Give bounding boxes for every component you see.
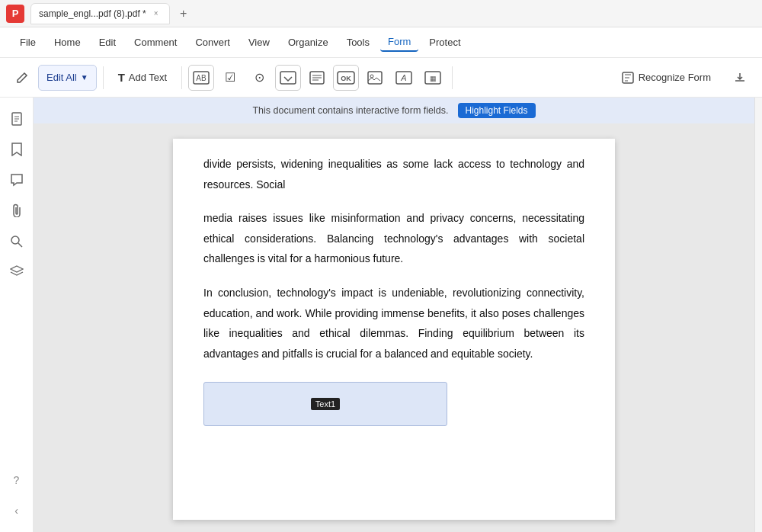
menu-form[interactable]: Form xyxy=(380,33,418,52)
recognize-form-button[interactable]: Recognize Form xyxy=(612,65,721,91)
document-tab[interactable]: sample_engl...pdf (8).pdf * × xyxy=(30,3,170,24)
sidebar-collapse-icon[interactable]: ‹ xyxy=(3,497,30,524)
radio-icon[interactable]: ⊙ xyxy=(246,65,272,91)
text-field-widget[interactable]: Text1 xyxy=(203,382,447,426)
svg-text:AB: AB xyxy=(197,74,207,82)
sidebar-pages-icon[interactable] xyxy=(3,105,30,133)
pdf-content: divide persists, widening inequalities a… xyxy=(203,154,584,364)
toolbar-divider-2 xyxy=(181,66,182,89)
tab-label: sample_engl...pdf (8).pdf * xyxy=(39,8,146,19)
svg-text:OK: OK xyxy=(341,75,351,82)
recognize-form-label: Recognize Form xyxy=(639,72,711,83)
svg-line-21 xyxy=(18,243,22,247)
main-content: ? ‹ This document contains interactive f… xyxy=(0,98,762,532)
tab-close-button[interactable]: × xyxy=(151,8,162,19)
date-field-icon[interactable]: ▦ xyxy=(420,65,446,91)
list-icon[interactable] xyxy=(304,65,330,91)
svg-text:▦: ▦ xyxy=(430,75,437,82)
edit-icon-btn[interactable] xyxy=(9,65,35,91)
pdf-cut-top-text: divide persists, widening inequalities a… xyxy=(203,154,584,194)
menu-file[interactable]: File xyxy=(12,34,43,51)
sidebar-search-icon[interactable] xyxy=(3,227,30,255)
menu-organize[interactable]: Organize xyxy=(280,34,336,51)
toolbar-divider-3 xyxy=(452,66,453,89)
svg-text:A: A xyxy=(401,73,407,82)
dropdown-icon[interactable] xyxy=(275,65,301,91)
button-icon[interactable]: OK xyxy=(333,65,359,91)
toolbar: Edit All ▼ T Add Text AB ☑ ⊙ OK A ▦ Rec xyxy=(0,58,762,98)
notification-bar: This document contains interactive form … xyxy=(34,98,754,123)
add-text-button[interactable]: T Add Text xyxy=(110,65,176,91)
svg-point-20 xyxy=(11,236,19,244)
menu-tools[interactable]: Tools xyxy=(339,34,377,51)
title-bar: P sample_engl...pdf (8).pdf * × + xyxy=(0,0,762,27)
left-sidebar: ? ‹ xyxy=(0,98,34,532)
svg-rect-2 xyxy=(280,72,296,84)
menu-home[interactable]: Home xyxy=(46,34,88,51)
pdf-paragraph-1: media raises issues like misinformation … xyxy=(203,208,584,269)
toolbar-divider-1 xyxy=(103,66,104,89)
right-scrollbar-area xyxy=(754,98,762,532)
menu-edit[interactable]: Edit xyxy=(91,34,123,51)
highlight-fields-button[interactable]: Highlight Fields xyxy=(458,103,536,118)
svg-rect-9 xyxy=(368,72,382,84)
new-tab-button[interactable]: + xyxy=(174,5,193,23)
image-field-icon[interactable] xyxy=(362,65,388,91)
menu-bar: File Home Edit Comment Convert View Orga… xyxy=(0,27,762,58)
menu-comment[interactable]: Comment xyxy=(126,34,184,51)
pdf-viewer: This document contains interactive form … xyxy=(34,98,754,532)
menu-view[interactable]: View xyxy=(241,34,277,51)
sidebar-bookmarks-icon[interactable] xyxy=(3,136,30,163)
pdf-page: divide persists, widening inequalities a… xyxy=(173,139,615,520)
sign-field-icon[interactable]: A xyxy=(391,65,417,91)
notification-message: This document contains interactive form … xyxy=(252,105,448,116)
sidebar-attachments-icon[interactable] xyxy=(3,197,30,224)
checkbox-icon[interactable]: ☑ xyxy=(217,65,243,91)
app-icon: P xyxy=(6,5,24,23)
text-field-icon[interactable]: AB xyxy=(188,65,214,91)
text-field-name-label: Text1 xyxy=(311,398,340,410)
menu-protect[interactable]: Protect xyxy=(421,34,468,51)
recognize-icon xyxy=(622,72,634,84)
sidebar-layers-icon[interactable] xyxy=(3,258,30,285)
edit-all-button[interactable]: Edit All ▼ xyxy=(38,65,97,91)
menu-convert[interactable]: Convert xyxy=(187,34,238,51)
pdf-paragraph-2: In conclusion, technology's impact is un… xyxy=(203,283,584,364)
sidebar-help-icon[interactable]: ? xyxy=(3,466,30,494)
sidebar-comments-icon[interactable] xyxy=(3,166,30,194)
export-icon[interactable] xyxy=(727,65,753,91)
